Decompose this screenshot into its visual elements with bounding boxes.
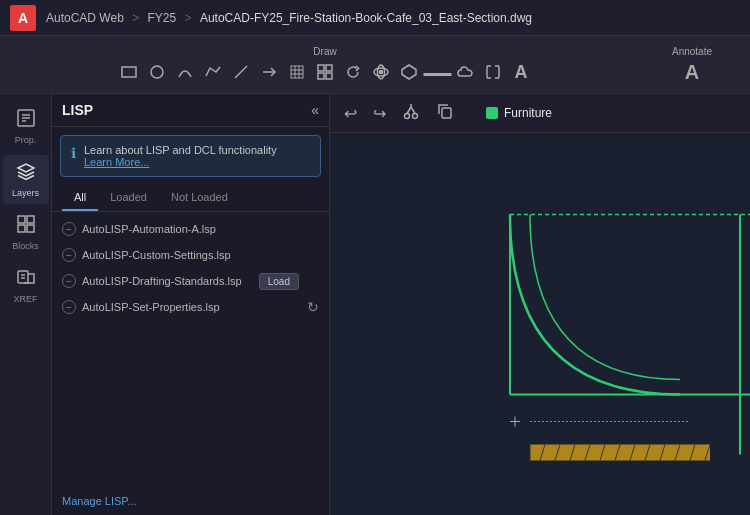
polyline-tool[interactable]	[202, 61, 224, 83]
lisp-tabs: All Loaded Not Loaded	[52, 185, 329, 212]
svg-rect-28	[27, 216, 34, 223]
layers-icon	[16, 161, 36, 186]
svg-rect-4	[291, 66, 303, 78]
copy-button[interactable]	[432, 100, 458, 126]
rotate-tool[interactable]	[342, 61, 364, 83]
svg-rect-10	[326, 65, 332, 71]
svg-rect-39	[442, 108, 451, 118]
toolbar-draw-section: Draw	[8, 46, 642, 83]
measure-tool[interactable]: ▬▬▬	[426, 61, 448, 83]
toolbar-annotate-section: Annotate A	[642, 46, 742, 83]
svg-point-15	[380, 71, 383, 74]
annotate-text-tool[interactable]: A	[681, 61, 703, 83]
layers-label: Layers	[12, 188, 39, 198]
layer-name: Furniture	[504, 106, 552, 120]
svg-rect-27	[18, 216, 25, 223]
breadcrumb-part-2[interactable]: FY25	[148, 11, 177, 25]
breadcrumb-part-1[interactable]: AutoCAD Web	[46, 11, 124, 25]
canvas-area: ↩ ↪ Furniture	[330, 94, 750, 515]
svg-point-34	[405, 114, 410, 119]
draw-label: Draw	[313, 46, 336, 57]
polygon-tool[interactable]	[398, 61, 420, 83]
breadcrumb-part-3: AutoCAD-FY25_Fire-Station-Book-Cafe_03_E…	[200, 11, 532, 25]
svg-point-1	[151, 66, 163, 78]
refresh-icon[interactable]: ↻	[307, 299, 319, 315]
manage-lisp-link[interactable]: Manage LISP...	[52, 487, 329, 515]
toolbar: Draw	[0, 36, 750, 94]
text-tool[interactable]: A	[510, 61, 532, 83]
lisp-learn-more-link[interactable]: Learn More...	[84, 156, 277, 168]
list-item[interactable]: − AutoLISP-Custom-Settings.lsp	[52, 242, 329, 268]
list-item[interactable]: − AutoLISP-Automation-A.lsp	[52, 216, 329, 242]
svg-rect-0	[122, 67, 136, 77]
arc-tool[interactable]	[174, 61, 196, 83]
sidebar-item-layers[interactable]: Layers	[3, 155, 49, 204]
circle-tool[interactable]	[146, 61, 168, 83]
tab-loaded[interactable]: Loaded	[98, 185, 159, 211]
hatch-tool[interactable]	[286, 61, 308, 83]
list-item[interactable]: − AutoLISP-Drafting-Standards.lsp Load	[52, 268, 329, 294]
main-area: Prop. Layers Blocks XREF LISP « ℹ	[0, 94, 750, 515]
line-tool[interactable]	[230, 61, 252, 83]
app-logo[interactable]: A	[10, 5, 36, 31]
xref-icon	[16, 267, 36, 292]
svg-rect-31	[18, 271, 28, 283]
blocks-icon	[16, 214, 36, 239]
svg-line-37	[411, 107, 415, 114]
cloud-tool[interactable]	[454, 61, 476, 83]
grid-tool[interactable]	[314, 61, 336, 83]
bracket-tool[interactable]	[482, 61, 504, 83]
blocks-label: Blocks	[12, 241, 39, 251]
orbit-tool[interactable]	[370, 61, 392, 83]
prop-icon	[16, 108, 36, 133]
redo-button[interactable]: ↪	[369, 102, 390, 125]
list-item[interactable]: − AutoLISP-Set-Properties.lsp ↻	[52, 294, 329, 320]
annotate-label: Annotate	[672, 46, 712, 57]
lisp-item-minus-1: −	[62, 222, 76, 236]
lisp-item-minus-3: −	[62, 274, 76, 288]
rectangle-tool[interactable]	[118, 61, 140, 83]
breadcrumb-sep-2: >	[185, 11, 195, 25]
undo-button[interactable]: ↩	[340, 102, 361, 125]
cut-button[interactable]	[398, 100, 424, 126]
xref-label: XREF	[13, 294, 37, 304]
breadcrumb: AutoCAD Web > FY25 > AutoCAD-FY25_Fire-S…	[46, 11, 532, 25]
lisp-item-minus-2: −	[62, 248, 76, 262]
sidebar-icons: Prop. Layers Blocks XREF	[0, 94, 52, 515]
sidebar-item-xref[interactable]: XREF	[3, 261, 49, 310]
prop-label: Prop.	[15, 135, 37, 145]
lisp-header: LISP «	[52, 94, 329, 127]
lisp-load-button[interactable]: Load	[259, 273, 299, 290]
lisp-item-name-2: AutoLISP-Custom-Settings.lsp	[82, 249, 231, 261]
top-bar: A AutoCAD Web > FY25 > AutoCAD-FY25_Fire…	[0, 0, 750, 36]
breadcrumb-sep-1: >	[132, 11, 142, 25]
lisp-item-name-1: AutoLISP-Automation-A.lsp	[82, 223, 216, 235]
svg-rect-12	[326, 73, 332, 79]
layer-badge: Furniture	[486, 106, 552, 120]
lisp-info-content: Learn about LISP and DCL functionality L…	[84, 144, 277, 168]
arrow-tool[interactable]	[258, 61, 280, 83]
svg-line-36	[407, 107, 411, 114]
svg-marker-16	[402, 65, 416, 79]
lisp-info-box: ℹ Learn about LISP and DCL functionality…	[60, 135, 321, 177]
lisp-item-name-4: AutoLISP-Set-Properties.lsp	[82, 301, 220, 313]
svg-point-35	[413, 114, 418, 119]
canvas-toolbar: ↩ ↪ Furniture	[330, 94, 750, 133]
svg-line-2	[235, 66, 247, 78]
lisp-title: LISP	[62, 102, 93, 118]
tab-all[interactable]: All	[62, 185, 98, 211]
drawing-canvas	[330, 134, 750, 515]
svg-rect-29	[18, 225, 25, 232]
sidebar-item-blocks[interactable]: Blocks	[3, 208, 49, 257]
tab-not-loaded[interactable]: Not Loaded	[159, 185, 240, 211]
svg-rect-30	[27, 225, 34, 232]
lisp-item-name-3: AutoLISP-Drafting-Standards.lsp	[82, 275, 242, 287]
layer-color-dot	[486, 107, 498, 119]
lisp-panel: LISP « ℹ Learn about LISP and DCL functi…	[52, 94, 330, 515]
draw-tools: ▬▬▬ A	[118, 61, 532, 83]
svg-rect-11	[318, 73, 324, 79]
lisp-list: − AutoLISP-Automation-A.lsp − AutoLISP-C…	[52, 212, 329, 487]
sidebar-item-prop[interactable]: Prop.	[3, 102, 49, 151]
annotate-tools: A	[681, 61, 703, 83]
lisp-collapse-button[interactable]: «	[311, 102, 319, 118]
